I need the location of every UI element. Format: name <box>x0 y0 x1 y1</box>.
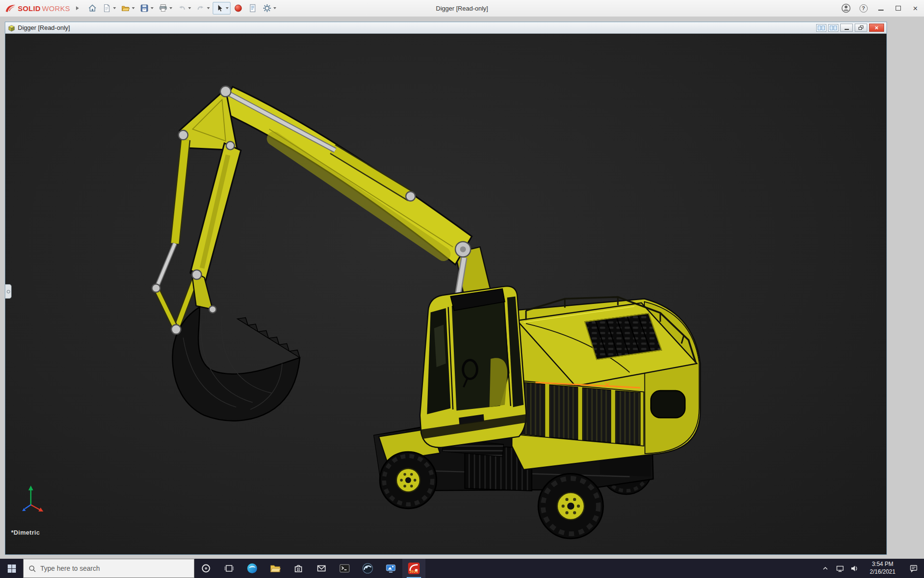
account-button[interactable] <box>837 0 855 17</box>
start-button[interactable] <box>0 559 23 578</box>
action-center-button[interactable] <box>904 559 924 578</box>
stick-cylinder[interactable] <box>229 94 411 197</box>
volume-button[interactable] <box>847 559 861 578</box>
store-button[interactable] <box>287 559 310 578</box>
monitor-app-icon <box>385 563 397 574</box>
solidworks-app: SOLIDWORKS <box>0 0 924 578</box>
account-icon <box>841 3 851 13</box>
view-orientation-label: *Dimetric <box>11 529 40 536</box>
document-icon <box>8 24 15 32</box>
restore-icon <box>859 26 863 30</box>
solidworks-taskbar-button[interactable]: 2021 <box>402 559 425 578</box>
hidden-icons-button[interactable] <box>818 559 833 578</box>
bucket-cylinder[interactable] <box>157 140 186 286</box>
graphics-viewport[interactable]: *Dimetric <box>5 34 886 554</box>
orientation-triad <box>18 484 45 514</box>
round-app-icon <box>362 563 373 574</box>
home-icon <box>88 3 97 13</box>
clock-time: 3:54 PM <box>872 561 894 568</box>
search-input[interactable] <box>40 565 189 572</box>
dropdown-caret-icon[interactable] <box>113 7 116 9</box>
help-button[interactable]: ? <box>855 0 872 17</box>
maximize-icon <box>896 6 901 11</box>
workspace-area: Digger [Read-only] × <box>0 17 924 559</box>
flyout-dot-icon <box>7 290 10 293</box>
windows-taskbar: 2021 <box>0 559 924 578</box>
menu-expand-arrow-icon[interactable] <box>76 6 79 10</box>
gear-icon <box>262 3 272 13</box>
pane-right-button[interactable] <box>828 24 838 32</box>
new-document-icon <box>102 3 112 13</box>
close-icon: × <box>875 25 879 31</box>
minimize-button[interactable] <box>872 0 889 17</box>
task-view-button[interactable] <box>218 559 241 578</box>
dropdown-caret-icon[interactable] <box>169 7 172 9</box>
boom[interactable] <box>218 87 472 264</box>
store-icon <box>293 563 304 574</box>
dropdown-caret-icon[interactable] <box>226 7 229 9</box>
document-window-controls: × <box>816 24 884 32</box>
redo-icon <box>196 3 205 13</box>
edge-browser-button[interactable] <box>241 559 264 578</box>
new-document-button[interactable] <box>100 2 118 14</box>
side-grille-band[interactable] <box>513 380 644 446</box>
dropdown-caret-icon[interactable] <box>207 7 210 9</box>
document-properties-icon <box>248 3 257 13</box>
save-button[interactable] <box>138 2 155 14</box>
file-explorer-button[interactable] <box>264 559 287 578</box>
excavator-model[interactable] <box>5 34 886 554</box>
app-titlebar: SOLIDWORKS <box>0 0 924 17</box>
select-tool-button[interactable] <box>213 2 231 14</box>
brand-text-works: WORKS <box>42 4 70 13</box>
round-app-button[interactable] <box>356 559 379 578</box>
document-title: Digger [Read-only] <box>18 24 70 31</box>
open-button[interactable] <box>119 2 137 14</box>
document-properties-button[interactable] <box>246 2 259 14</box>
task-view-icon <box>224 564 234 573</box>
cortana-button[interactable] <box>194 559 218 578</box>
dropdown-caret-icon[interactable] <box>188 7 191 9</box>
excavator-cab[interactable] <box>420 286 527 447</box>
options-button[interactable] <box>260 2 278 14</box>
mouse-gesture-button[interactable] <box>231 2 245 14</box>
document-titlebar[interactable]: Digger [Read-only] × <box>5 22 886 34</box>
action-center-icon <box>910 564 918 573</box>
bucket[interactable] <box>172 307 300 420</box>
print-button[interactable] <box>156 2 174 14</box>
select-arrow-icon <box>215 3 224 13</box>
doc-restore-button[interactable] <box>855 24 867 32</box>
edge-browser-icon <box>246 563 258 574</box>
excavator-front-wheel[interactable] <box>380 452 436 508</box>
bucket-teeth <box>237 317 300 357</box>
excavator-rear-near-wheel[interactable] <box>539 473 603 539</box>
doc-close-button[interactable]: × <box>869 24 884 32</box>
operator-seat[interactable] <box>489 358 507 407</box>
brand-text-solid: SOLID <box>18 4 40 13</box>
redo-button[interactable] <box>194 2 212 14</box>
doc-minimize-button[interactable] <box>840 24 853 32</box>
mail-icon <box>316 563 327 574</box>
dassault-logo-icon <box>5 3 16 13</box>
undo-icon <box>177 3 187 13</box>
mail-button[interactable] <box>310 559 333 578</box>
home-button[interactable] <box>86 2 99 14</box>
solidworks-brand: SOLIDWORKS <box>0 3 72 13</box>
dropdown-caret-icon[interactable] <box>151 7 154 9</box>
taskbar-search[interactable] <box>23 559 194 578</box>
close-icon: × <box>913 4 918 13</box>
minimize-icon <box>878 10 884 11</box>
taskbar-clock[interactable]: 3:54 PM 2/16/2021 <box>861 559 904 578</box>
dropdown-caret-icon[interactable] <box>273 7 276 9</box>
panel-flyout-tab[interactable] <box>5 284 12 299</box>
close-button[interactable]: × <box>907 0 924 17</box>
pane-left-button[interactable] <box>816 24 826 32</box>
monitor-app-button[interactable] <box>379 559 402 578</box>
terminal-app-button[interactable] <box>333 559 356 578</box>
file-explorer-icon <box>270 563 281 574</box>
solidworks-version-badge: 2021 <box>408 570 420 573</box>
undo-button[interactable] <box>175 2 193 14</box>
maximize-button[interactable] <box>889 0 907 17</box>
rear-window[interactable] <box>651 391 685 418</box>
network-button[interactable] <box>833 559 847 578</box>
dropdown-caret-icon[interactable] <box>132 7 135 9</box>
